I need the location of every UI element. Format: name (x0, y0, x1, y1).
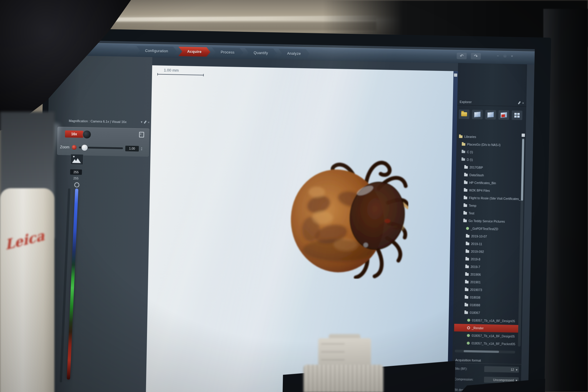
close-button[interactable]: × (510, 54, 514, 58)
folder-icon (462, 158, 465, 161)
folder-icon (467, 319, 470, 322)
folder-icon (463, 212, 467, 214)
folder-icon (465, 311, 468, 314)
folder-icon (464, 174, 468, 176)
folder-icon (464, 189, 467, 191)
zoom-value-field[interactable]: 1.00 (125, 146, 139, 151)
zoom-label: Zoom (60, 145, 69, 149)
sun-dot-icon (73, 156, 75, 157)
thumbnail-view-button[interactable] (512, 111, 522, 120)
live-image-viewer[interactable]: 1.00 mm (146, 65, 453, 392)
magnification-badge[interactable]: 16x (65, 130, 83, 138)
scroll-up-button[interactable] (522, 134, 525, 137)
scrollbar-button[interactable] (454, 74, 457, 77)
acquisition-field-row: Bits (BF): 12 ▾ (452, 363, 522, 375)
pin-icon[interactable] (518, 101, 521, 104)
magnification-knob[interactable] (83, 130, 91, 139)
panel-close-icon[interactable]: × (148, 120, 150, 124)
workflow-tab[interactable]: Analyze (278, 49, 310, 59)
scrollbar-thumb[interactable] (521, 139, 524, 201)
workflow-tab[interactable]: Acquire (178, 47, 211, 57)
open-image-button[interactable] (472, 110, 483, 119)
folder-up-icon (461, 112, 467, 116)
explorer-toolbar (459, 109, 522, 120)
image-icon (72, 158, 81, 163)
workflow-tab[interactable]: Quantify (245, 48, 277, 58)
folder-icon (462, 143, 465, 146)
lock-icon[interactable] (139, 132, 144, 137)
workflow-tabs: Configuration Acquire Process Quantify A… (136, 46, 310, 59)
folder-icon (466, 235, 470, 237)
specimen-cap-body (303, 365, 383, 392)
folder-icon (466, 250, 469, 253)
save-image-button[interactable] (485, 110, 496, 120)
dropdown-icon[interactable]: ▾ (141, 120, 143, 124)
explorer-header: Explorer × (457, 98, 526, 107)
level-indicator-icon[interactable] (74, 182, 79, 187)
photo-scene: Configuration Acquire Process Quantify A… (0, 0, 588, 392)
scale-bar-line (157, 74, 204, 75)
display-tools-column: 255 255 (70, 154, 84, 188)
scale-bar-label: 1.00 mm (164, 68, 204, 73)
folder-tree-item[interactable]: 018057_Tb_x1A_BF_Packed05 (454, 339, 518, 348)
app-window: Configuration Acquire Process Quantify A… (43, 40, 535, 392)
grid-view-icon (514, 113, 519, 118)
folder-icon (465, 258, 469, 260)
chevron-down-icon: ▾ (516, 368, 518, 371)
folder-icon (464, 166, 468, 169)
tick-specimen-image (289, 145, 410, 280)
tree-horizontal-scrollbar[interactable] (455, 350, 515, 353)
zoom-slider-thumb[interactable] (81, 144, 88, 151)
magnification-subpanel: 16x Zoom 1.00 ▴ ▾ (57, 127, 150, 157)
zoom-slider[interactable] (79, 146, 123, 149)
camera-control-panel: Magnification : Camera 6.1x | Visual 16x… (43, 55, 152, 392)
folder-icon (465, 265, 469, 268)
microscope-body: Leica (0, 188, 54, 392)
pin-icon[interactable] (144, 121, 147, 124)
tabstrip-tools: ↶ ↷ (457, 53, 481, 60)
workflow-tab[interactable]: Process (212, 47, 243, 57)
folder-icon (465, 281, 469, 283)
image-icon (474, 111, 480, 117)
zoom-spinner[interactable]: ▴ ▾ (141, 146, 142, 151)
explorer-panel: Explorer × (452, 63, 527, 392)
undo-icon[interactable]: ↶ (457, 53, 467, 59)
folder-icon (462, 151, 465, 153)
folder-icon (465, 273, 469, 276)
acquisition-dropdown[interactable]: 12 ▾ (484, 366, 519, 373)
folder-icon (464, 196, 467, 199)
folder-icon (464, 181, 467, 184)
level-max-field[interactable]: 255 (70, 169, 82, 175)
workflow-tab[interactable]: Configuration (136, 46, 177, 56)
folder-icon (463, 219, 467, 222)
panel-close-icon[interactable]: × (522, 101, 524, 105)
folder-icon (465, 296, 468, 298)
folder-icon (467, 342, 470, 345)
scrollbar-thumb[interactable] (464, 350, 499, 353)
leica-logo: Leica (4, 227, 45, 253)
redo-icon[interactable]: ↷ (471, 53, 481, 60)
image-icon (487, 112, 494, 118)
folder-icon (467, 326, 470, 329)
flagged-image-icon (500, 112, 507, 118)
monitor: Configuration Acquire Process Quantify A… (37, 28, 551, 392)
maximize-button[interactable]: □ (503, 54, 507, 58)
zoom-control-row: Zoom 1.00 ▴ ▾ (59, 142, 147, 154)
flagged-image-button[interactable] (498, 110, 509, 120)
minimize-button[interactable]: − (496, 54, 500, 58)
folder-tree: Libraries PlacesGo (D/s to NAS-I) C (\) … (454, 133, 522, 348)
snapshot-button[interactable] (70, 154, 83, 165)
scale-bar: 1.00 mm (157, 68, 204, 75)
folder-icon (459, 135, 462, 138)
folder-icon (465, 303, 468, 306)
folder-up-button[interactable] (459, 109, 470, 119)
folder-icon (467, 334, 470, 337)
window-controls: − □ × (496, 54, 514, 58)
magnification-readout: Magnification : Camera 6.1x | Visual 16x (69, 119, 127, 124)
record-icon[interactable] (72, 145, 76, 150)
explorer-title: Explorer (460, 100, 472, 104)
specimen-cap-neck (318, 338, 371, 367)
folder-icon (465, 288, 468, 291)
folder-icon (466, 242, 469, 245)
level-current-value: 255 (70, 176, 82, 180)
